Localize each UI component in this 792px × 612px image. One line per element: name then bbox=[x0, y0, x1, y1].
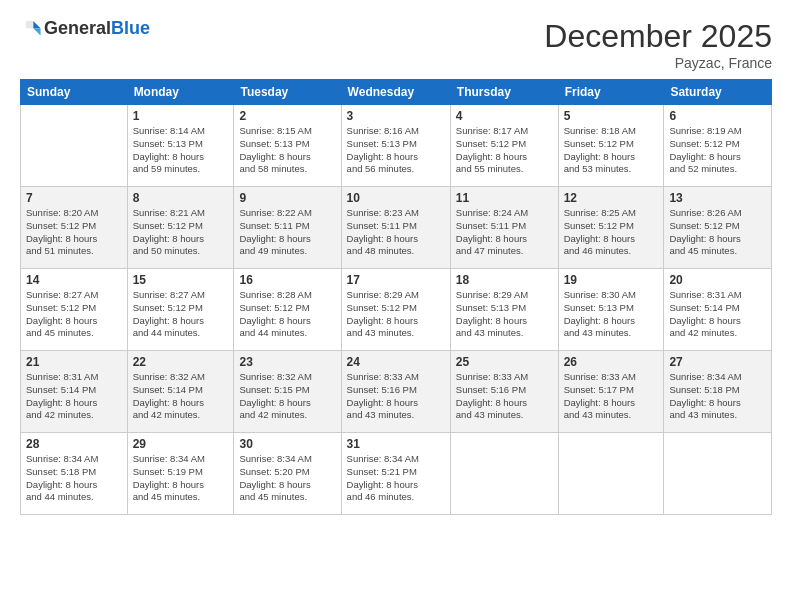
calendar-cell: 8Sunrise: 8:21 AMSunset: 5:12 PMDaylight… bbox=[127, 187, 234, 269]
calendar-cell: 27Sunrise: 8:34 AMSunset: 5:18 PMDayligh… bbox=[664, 351, 772, 433]
calendar-cell: 3Sunrise: 8:16 AMSunset: 5:13 PMDaylight… bbox=[341, 105, 450, 187]
day-info: Sunrise: 8:18 AMSunset: 5:12 PMDaylight:… bbox=[564, 125, 659, 176]
day-number: 17 bbox=[347, 273, 445, 287]
calendar-cell: 29Sunrise: 8:34 AMSunset: 5:19 PMDayligh… bbox=[127, 433, 234, 515]
day-number: 13 bbox=[669, 191, 766, 205]
calendar-cell: 18Sunrise: 8:29 AMSunset: 5:13 PMDayligh… bbox=[450, 269, 558, 351]
day-info: Sunrise: 8:33 AMSunset: 5:16 PMDaylight:… bbox=[347, 371, 445, 422]
day-number: 21 bbox=[26, 355, 122, 369]
day-info: Sunrise: 8:17 AMSunset: 5:12 PMDaylight:… bbox=[456, 125, 553, 176]
calendar-cell: 21Sunrise: 8:31 AMSunset: 5:14 PMDayligh… bbox=[21, 351, 128, 433]
day-info: Sunrise: 8:31 AMSunset: 5:14 PMDaylight:… bbox=[26, 371, 122, 422]
calendar-cell: 28Sunrise: 8:34 AMSunset: 5:18 PMDayligh… bbox=[21, 433, 128, 515]
weekday-header: Saturday bbox=[664, 80, 772, 105]
day-number: 23 bbox=[239, 355, 335, 369]
day-number: 12 bbox=[564, 191, 659, 205]
day-info: Sunrise: 8:26 AMSunset: 5:12 PMDaylight:… bbox=[669, 207, 766, 258]
calendar-cell bbox=[21, 105, 128, 187]
calendar-cell bbox=[450, 433, 558, 515]
calendar-cell: 26Sunrise: 8:33 AMSunset: 5:17 PMDayligh… bbox=[558, 351, 664, 433]
calendar-cell: 19Sunrise: 8:30 AMSunset: 5:13 PMDayligh… bbox=[558, 269, 664, 351]
location: Payzac, France bbox=[544, 55, 772, 71]
day-number: 29 bbox=[133, 437, 229, 451]
calendar-cell: 9Sunrise: 8:22 AMSunset: 5:11 PMDaylight… bbox=[234, 187, 341, 269]
calendar-week-row: 14Sunrise: 8:27 AMSunset: 5:12 PMDayligh… bbox=[21, 269, 772, 351]
calendar-cell: 5Sunrise: 8:18 AMSunset: 5:12 PMDaylight… bbox=[558, 105, 664, 187]
calendar-cell: 20Sunrise: 8:31 AMSunset: 5:14 PMDayligh… bbox=[664, 269, 772, 351]
calendar-cell: 14Sunrise: 8:27 AMSunset: 5:12 PMDayligh… bbox=[21, 269, 128, 351]
logo-icon bbox=[20, 18, 42, 40]
day-number: 30 bbox=[239, 437, 335, 451]
day-info: Sunrise: 8:29 AMSunset: 5:13 PMDaylight:… bbox=[456, 289, 553, 340]
calendar-cell: 30Sunrise: 8:34 AMSunset: 5:20 PMDayligh… bbox=[234, 433, 341, 515]
day-number: 15 bbox=[133, 273, 229, 287]
day-info: Sunrise: 8:21 AMSunset: 5:12 PMDaylight:… bbox=[133, 207, 229, 258]
calendar-cell bbox=[664, 433, 772, 515]
day-number: 18 bbox=[456, 273, 553, 287]
day-info: Sunrise: 8:16 AMSunset: 5:13 PMDaylight:… bbox=[347, 125, 445, 176]
day-number: 1 bbox=[133, 109, 229, 123]
calendar-week-row: 21Sunrise: 8:31 AMSunset: 5:14 PMDayligh… bbox=[21, 351, 772, 433]
month-title: December 2025 bbox=[544, 18, 772, 55]
weekday-header: Thursday bbox=[450, 80, 558, 105]
day-number: 22 bbox=[133, 355, 229, 369]
calendar-cell: 17Sunrise: 8:29 AMSunset: 5:12 PMDayligh… bbox=[341, 269, 450, 351]
day-info: Sunrise: 8:14 AMSunset: 5:13 PMDaylight:… bbox=[133, 125, 229, 176]
logo-general: General bbox=[44, 18, 111, 38]
weekday-header: Monday bbox=[127, 80, 234, 105]
calendar-week-row: 1Sunrise: 8:14 AMSunset: 5:13 PMDaylight… bbox=[21, 105, 772, 187]
calendar-cell: 12Sunrise: 8:25 AMSunset: 5:12 PMDayligh… bbox=[558, 187, 664, 269]
day-number: 2 bbox=[239, 109, 335, 123]
day-number: 6 bbox=[669, 109, 766, 123]
day-info: Sunrise: 8:27 AMSunset: 5:12 PMDaylight:… bbox=[133, 289, 229, 340]
day-number: 4 bbox=[456, 109, 553, 123]
day-number: 14 bbox=[26, 273, 122, 287]
calendar-cell: 2Sunrise: 8:15 AMSunset: 5:13 PMDaylight… bbox=[234, 105, 341, 187]
day-number: 8 bbox=[133, 191, 229, 205]
day-info: Sunrise: 8:32 AMSunset: 5:15 PMDaylight:… bbox=[239, 371, 335, 422]
calendar-cell: 16Sunrise: 8:28 AMSunset: 5:12 PMDayligh… bbox=[234, 269, 341, 351]
calendar-cell: 7Sunrise: 8:20 AMSunset: 5:12 PMDaylight… bbox=[21, 187, 128, 269]
calendar-cell: 24Sunrise: 8:33 AMSunset: 5:16 PMDayligh… bbox=[341, 351, 450, 433]
day-info: Sunrise: 8:31 AMSunset: 5:14 PMDaylight:… bbox=[669, 289, 766, 340]
day-number: 19 bbox=[564, 273, 659, 287]
day-info: Sunrise: 8:33 AMSunset: 5:17 PMDaylight:… bbox=[564, 371, 659, 422]
calendar-week-row: 7Sunrise: 8:20 AMSunset: 5:12 PMDaylight… bbox=[21, 187, 772, 269]
header: GeneralBlue December 2025 Payzac, France bbox=[20, 18, 772, 71]
day-info: Sunrise: 8:30 AMSunset: 5:13 PMDaylight:… bbox=[564, 289, 659, 340]
svg-marker-1 bbox=[33, 28, 40, 35]
calendar-header-row: SundayMondayTuesdayWednesdayThursdayFrid… bbox=[21, 80, 772, 105]
calendar: SundayMondayTuesdayWednesdayThursdayFrid… bbox=[20, 79, 772, 515]
weekday-header: Sunday bbox=[21, 80, 128, 105]
day-number: 5 bbox=[564, 109, 659, 123]
day-number: 3 bbox=[347, 109, 445, 123]
day-number: 28 bbox=[26, 437, 122, 451]
day-info: Sunrise: 8:28 AMSunset: 5:12 PMDaylight:… bbox=[239, 289, 335, 340]
calendar-cell: 4Sunrise: 8:17 AMSunset: 5:12 PMDaylight… bbox=[450, 105, 558, 187]
day-info: Sunrise: 8:34 AMSunset: 5:18 PMDaylight:… bbox=[26, 453, 122, 504]
calendar-cell: 1Sunrise: 8:14 AMSunset: 5:13 PMDaylight… bbox=[127, 105, 234, 187]
day-info: Sunrise: 8:20 AMSunset: 5:12 PMDaylight:… bbox=[26, 207, 122, 258]
calendar-cell: 10Sunrise: 8:23 AMSunset: 5:11 PMDayligh… bbox=[341, 187, 450, 269]
svg-marker-2 bbox=[26, 21, 33, 28]
calendar-cell: 6Sunrise: 8:19 AMSunset: 5:12 PMDaylight… bbox=[664, 105, 772, 187]
day-info: Sunrise: 8:33 AMSunset: 5:16 PMDaylight:… bbox=[456, 371, 553, 422]
calendar-cell: 25Sunrise: 8:33 AMSunset: 5:16 PMDayligh… bbox=[450, 351, 558, 433]
day-info: Sunrise: 8:34 AMSunset: 5:21 PMDaylight:… bbox=[347, 453, 445, 504]
weekday-header: Friday bbox=[558, 80, 664, 105]
calendar-cell: 15Sunrise: 8:27 AMSunset: 5:12 PMDayligh… bbox=[127, 269, 234, 351]
weekday-header: Tuesday bbox=[234, 80, 341, 105]
day-number: 25 bbox=[456, 355, 553, 369]
day-info: Sunrise: 8:25 AMSunset: 5:12 PMDaylight:… bbox=[564, 207, 659, 258]
title-block: December 2025 Payzac, France bbox=[544, 18, 772, 71]
day-info: Sunrise: 8:34 AMSunset: 5:18 PMDaylight:… bbox=[669, 371, 766, 422]
day-number: 26 bbox=[564, 355, 659, 369]
weekday-header: Wednesday bbox=[341, 80, 450, 105]
day-info: Sunrise: 8:34 AMSunset: 5:19 PMDaylight:… bbox=[133, 453, 229, 504]
day-number: 20 bbox=[669, 273, 766, 287]
day-info: Sunrise: 8:32 AMSunset: 5:14 PMDaylight:… bbox=[133, 371, 229, 422]
day-info: Sunrise: 8:34 AMSunset: 5:20 PMDaylight:… bbox=[239, 453, 335, 504]
day-number: 7 bbox=[26, 191, 122, 205]
calendar-cell: 11Sunrise: 8:24 AMSunset: 5:11 PMDayligh… bbox=[450, 187, 558, 269]
day-number: 10 bbox=[347, 191, 445, 205]
